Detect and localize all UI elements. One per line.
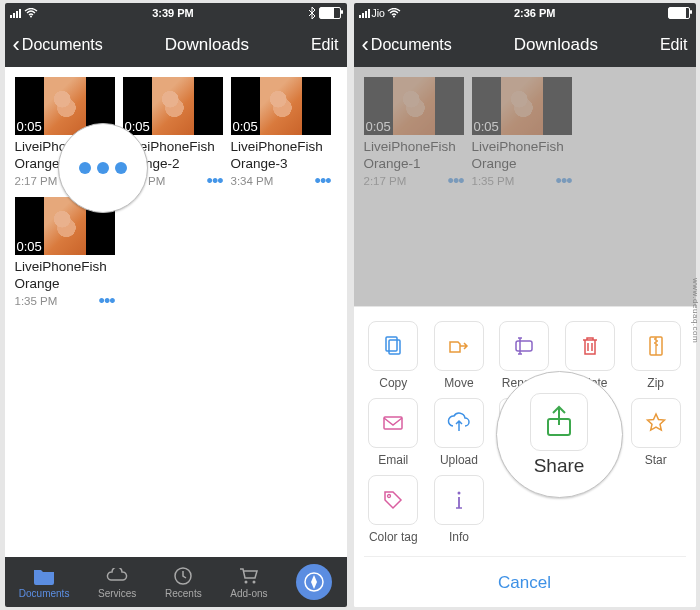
file-grid: 0:05 LiveiPhoneFishOrange-1 2:17 PM ••• …	[5, 67, 347, 317]
tab-label: Add-ons	[230, 588, 267, 599]
action-move[interactable]: Move	[429, 321, 489, 390]
carrier-label: Jio	[372, 7, 385, 19]
action-info[interactable]: Info	[429, 475, 489, 544]
svg-point-3	[252, 581, 255, 584]
back-button[interactable]: ‹ Documents	[362, 34, 452, 56]
svg-rect-10	[384, 417, 402, 429]
modal-backdrop[interactable]	[354, 67, 696, 317]
page-title: Downloads	[165, 35, 249, 55]
copy-icon	[381, 334, 405, 358]
back-label: Documents	[22, 36, 103, 54]
file-time: 1:35 PM	[15, 295, 58, 307]
back-label: Documents	[371, 36, 452, 54]
tab-documents[interactable]: Documents	[19, 565, 70, 599]
action-upload[interactable]: Upload	[429, 398, 489, 467]
edit-button[interactable]: Edit	[660, 36, 688, 54]
action-colortag[interactable]: Color tag	[364, 475, 424, 544]
phone-right: Jio 2:36 PM ‹ Documents Downloads Edit 0…	[354, 3, 696, 607]
video-duration: 0:05	[233, 119, 258, 134]
svg-point-5	[393, 16, 395, 18]
svg-point-15	[457, 492, 460, 495]
status-bar: 3:39 PM	[5, 3, 347, 23]
status-time: 3:39 PM	[152, 7, 194, 19]
clock-icon	[171, 565, 195, 587]
svg-rect-8	[516, 341, 532, 351]
info-icon	[447, 488, 471, 512]
cancel-button[interactable]: Cancel	[364, 556, 686, 607]
battery-icon	[319, 7, 341, 19]
phone-left: 3:39 PM ‹ Documents Downloads Edit 0:05 …	[5, 3, 347, 607]
rename-icon	[512, 334, 536, 358]
status-bar: Jio 2:36 PM	[354, 3, 696, 23]
folder-icon	[32, 565, 56, 587]
nav-bar: ‹ Documents Downloads Edit	[354, 23, 696, 67]
share-label: Share	[534, 455, 585, 477]
edit-button[interactable]: Edit	[311, 36, 339, 54]
file-time: 2:17 PM	[15, 175, 58, 187]
tab-recents[interactable]: Recents	[165, 565, 202, 599]
svg-point-0	[30, 16, 32, 18]
share-icon	[542, 405, 576, 439]
tab-services[interactable]: Services	[98, 565, 136, 599]
video-duration: 0:05	[17, 119, 42, 134]
action-label: Move	[444, 376, 473, 390]
signal-icon	[10, 9, 21, 18]
file-thumbnail: 0:05	[231, 77, 331, 135]
action-star[interactable]: Star	[626, 398, 686, 467]
action-label: Star	[645, 453, 667, 467]
svg-rect-7	[389, 340, 400, 354]
action-label: Copy	[379, 376, 407, 390]
compass-button[interactable]	[296, 564, 332, 600]
watermark: www.deuaq.com	[691, 278, 700, 343]
tag-icon	[381, 488, 405, 512]
file-thumbnail: 0:05	[123, 77, 223, 135]
tab-label: Documents	[19, 588, 70, 599]
bluetooth-icon	[308, 7, 316, 19]
star-icon	[644, 411, 668, 435]
bottom-tab-bar: Documents Services Recents Add-ons	[5, 557, 347, 607]
battery-icon	[668, 7, 690, 19]
file-card[interactable]: 0:05 LiveiPhoneFishOrange 1:35 PM•••	[15, 197, 115, 307]
action-label: Info	[449, 530, 469, 544]
chevron-left-icon: ‹	[362, 34, 369, 56]
share-tile	[530, 393, 588, 451]
back-button[interactable]: ‹ Documents	[13, 34, 103, 56]
move-icon	[447, 334, 471, 358]
trash-icon	[578, 334, 602, 358]
action-zip[interactable]: Zip	[626, 321, 686, 390]
file-name: LiveiPhoneFishOrange	[15, 259, 115, 293]
file-card[interactable]: 0:05 LiveiPhoneFishOrange-3 3:34 PM•••	[231, 77, 331, 187]
file-more-button[interactable]: •••	[207, 178, 223, 184]
action-label: Color tag	[369, 530, 418, 544]
video-duration: 0:05	[17, 239, 42, 254]
tab-label: Recents	[165, 588, 202, 599]
svg-rect-6	[386, 337, 397, 351]
signal-icon	[359, 9, 370, 18]
action-email[interactable]: Email	[364, 398, 424, 467]
zoom-callout-dots	[58, 123, 148, 213]
action-copy[interactable]: Copy	[364, 321, 424, 390]
file-name: LiveiPhoneFishOrange-3	[231, 139, 331, 173]
file-time: 3:34 PM	[231, 175, 274, 187]
action-label: Upload	[440, 453, 478, 467]
email-icon	[381, 411, 405, 435]
wifi-icon	[387, 8, 401, 18]
tab-label: Services	[98, 588, 136, 599]
svg-point-2	[244, 581, 247, 584]
file-more-button[interactable]: •••	[99, 298, 115, 304]
file-more-button[interactable]: •••	[315, 178, 331, 184]
action-label: Email	[378, 453, 408, 467]
cart-icon	[237, 565, 261, 587]
action-label: Zip	[647, 376, 664, 390]
page-title: Downloads	[514, 35, 598, 55]
nav-bar: ‹ Documents Downloads Edit	[5, 23, 347, 67]
zoom-callout-share: Share	[496, 371, 623, 498]
svg-point-14	[388, 495, 391, 498]
chevron-left-icon: ‹	[13, 34, 20, 56]
tab-addons[interactable]: Add-ons	[230, 565, 267, 599]
wifi-icon	[24, 8, 38, 18]
cloud-icon	[105, 565, 129, 587]
compass-icon	[304, 572, 324, 592]
status-time: 2:36 PM	[514, 7, 556, 19]
upload-icon	[447, 411, 471, 435]
